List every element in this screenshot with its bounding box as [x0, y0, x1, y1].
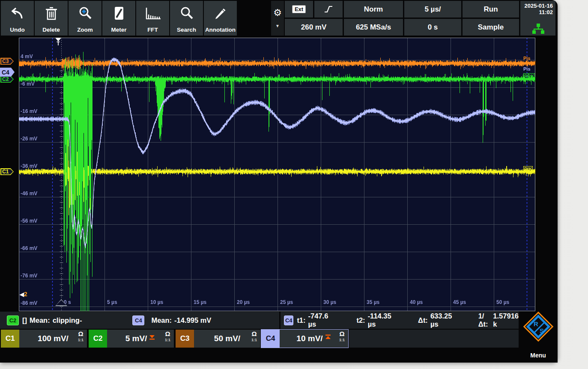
voltage-axis-label: -46 mV: [21, 190, 37, 196]
channel1-settings[interactable]: C1 100 mV/ Ω1:1: [1, 330, 87, 348]
chevron-down-icon: ▼: [275, 24, 280, 28]
channel-tag-c3[interactable]: C3: [0, 58, 14, 65]
voltage-axis-label: -86 mV: [21, 300, 37, 306]
run-state-cell[interactable]: Run: [463, 1, 519, 18]
cursor-t1-label: t1:: [297, 316, 305, 324]
voltage-axis-label: -6 mV: [21, 81, 35, 87]
measurement-results-bar[interactable]: C2 [] Mean: clipping- C4 Mean: -14.995 m…: [0, 312, 279, 329]
measurement1-label: Mean:: [30, 316, 50, 324]
waveform-canvas[interactable]: [19, 38, 535, 311]
measurement2-value: -14.995 mV: [174, 316, 211, 324]
time-axis-label: 50 µs: [496, 299, 509, 305]
sample-rate-cell[interactable]: 625 MSa/s: [344, 19, 403, 36]
zoom-label: Zoom: [77, 27, 93, 33]
offscreen-waveform-marker[interactable]: ◀2: [20, 291, 27, 298]
channel4-scale: 10 mV/: [296, 334, 322, 343]
voltage-axis-label: -26 mV: [21, 136, 37, 142]
horizontal-position-cell[interactable]: 0 s: [404, 19, 461, 36]
channel2-settings[interactable]: C2 5 mV/ Ω1:1: [89, 330, 174, 348]
measurement2-channel-badge: C4: [132, 315, 144, 325]
meter-label: Meter: [111, 27, 126, 33]
channel3-impedance: Ω1:1: [251, 330, 257, 343]
time-axis-label: 45 µs: [453, 299, 466, 305]
fft-spectrum-icon: [136, 4, 169, 22]
undo-button[interactable]: Undo: [1, 1, 34, 36]
run-state-value: Run: [484, 5, 498, 14]
trigger-source-cell[interactable]: Ext: [285, 1, 313, 18]
sample-rate-value: 625 MSa/s: [356, 23, 391, 32]
measurement1-channel-badge: C2: [7, 315, 19, 325]
waveform-plot-area[interactable]: T ◀2 4 mV-6 mV-16 mV-26 mV-36 mV-46 mV-5…: [19, 38, 535, 311]
cursor-dt-label: Δt:: [418, 316, 428, 324]
network-lan-icon: [532, 23, 545, 34]
gear-icon: ⚙: [273, 8, 282, 18]
horizontal-position-value: 0 s: [428, 23, 438, 32]
channel1-scale: 100 mV/: [38, 334, 69, 343]
cursor-inv-dt-value: 1.57916 k: [493, 312, 519, 328]
cursor-results-bar[interactable]: C4 t1: -747.6 µs t2: -114.35 µs Δt: 633.…: [281, 312, 519, 329]
undo-icon: [1, 4, 34, 22]
meter-button[interactable]: Meter: [102, 1, 135, 36]
measurement1-value: clipping-: [53, 316, 82, 324]
acquire-mode-cell[interactable]: Sample: [463, 19, 519, 36]
trigger-level-cell[interactable]: 260 mV: [285, 19, 343, 36]
trigger-marker-label: T: [57, 42, 60, 46]
trigger-slope-cell[interactable]: [314, 1, 343, 18]
voltage-axis-label: -16 mV: [21, 108, 37, 114]
settings-gear-button[interactable]: ⚙ ▼: [271, 1, 284, 36]
zoom-button[interactable]: Zoom: [69, 1, 101, 36]
channel3-name: C3: [176, 330, 194, 348]
measurement2-label: Mean:: [151, 316, 172, 324]
trace-edge-label: PIK: [523, 166, 533, 172]
menu-label: Menu: [519, 352, 558, 359]
time-axis-label: 30 µs: [323, 299, 336, 305]
zoom-plus-icon: [69, 4, 101, 22]
trigger-position-marker[interactable]: [55, 299, 67, 306]
logo-letter-r: R: [534, 320, 538, 327]
trigger-time-marker[interactable]: T: [55, 38, 61, 46]
channel2-impedance: Ω1:1: [165, 330, 170, 343]
channel4-probe-ratio: 1:1: [339, 337, 345, 343]
channel2-probe-ratio: 1:1: [165, 337, 170, 343]
channel-tag-c2[interactable]: C2: [0, 76, 14, 83]
channel3-scale: 50 mV/: [214, 334, 240, 343]
rising-edge-icon: [324, 5, 333, 14]
trace-edge-label: Pis: [523, 66, 531, 71]
annotation-button[interactable]: Annotation: [204, 1, 237, 36]
timebase-value: 5 µs/: [424, 5, 441, 14]
menu-button[interactable]: R S Menu: [519, 312, 558, 363]
channel-tag-c1[interactable]: C1: [0, 168, 14, 175]
channel4-impedance: Ω1:1: [339, 330, 345, 343]
trigger-mode-cell[interactable]: Norm: [344, 1, 403, 18]
channel4-settings[interactable]: C4 10 mV/ Ω1:1: [261, 330, 348, 348]
cursor-t2-value: -114.35 µs: [368, 312, 394, 328]
datetime-display[interactable]: 2025-01-16 11:02: [520, 1, 555, 36]
channel1-impedance: Ω1:1: [78, 330, 84, 343]
delete-button[interactable]: Delete: [35, 1, 68, 36]
search-label: Search: [177, 27, 196, 33]
measurement1-brackets: []: [22, 316, 27, 324]
search-button[interactable]: Search: [170, 1, 203, 36]
offscreen-waveform-number: 2: [24, 291, 27, 298]
channel2-name: C2: [89, 330, 107, 348]
clipping-high-icon: [325, 334, 331, 340]
voltage-axis-label: -66 mV: [21, 245, 37, 251]
channel3-settings[interactable]: C3 50 mV/ Ω1:1: [176, 330, 260, 348]
cursor-channel-badge: C4: [284, 315, 293, 325]
time-axis-label: 35 µs: [367, 299, 379, 305]
channel-tag-c4[interactable]: C4: [0, 68, 15, 77]
arrow-left-icon: ◀: [20, 291, 24, 298]
fft-button[interactable]: FFT: [136, 1, 169, 36]
search-icon: [170, 4, 203, 22]
voltage-axis-label: 4 mV: [21, 54, 33, 60]
time-axis-label: 10 µs: [150, 299, 163, 305]
voltage-axis-label: -76 mV: [21, 273, 37, 279]
cursor-t1-value: -747.6 µs: [308, 312, 332, 328]
time-axis-label: 25 µs: [280, 299, 293, 305]
logo-letter-s: S: [540, 327, 544, 334]
trigger-level-value: 260 mV: [301, 23, 327, 32]
timebase-cell[interactable]: 5 µs/: [404, 1, 461, 18]
trace-edge-label: PRK: [523, 73, 535, 79]
channel1-name: C1: [1, 330, 19, 348]
date-value: 2025-01-16: [520, 3, 553, 9]
